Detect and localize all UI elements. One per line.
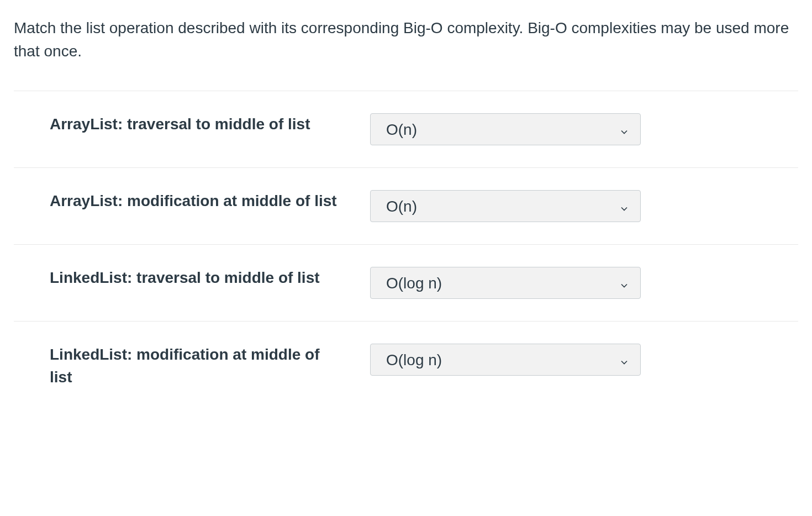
match-label: LinkedList: traversal to middle of list [50, 267, 370, 289]
question-prompt: Match the list operation described with … [14, 17, 798, 63]
match-label: ArrayList: modification at middle of lis… [50, 190, 370, 213]
select-wrapper: O(n) [370, 190, 641, 222]
match-label: LinkedList: modification at middle of li… [50, 344, 370, 388]
match-row: ArrayList: modification at middle of lis… [14, 167, 798, 244]
complexity-select[interactable]: O(log n) [370, 267, 641, 299]
select-wrapper: O(n) [370, 113, 641, 145]
select-wrapper: O(log n) [370, 344, 641, 376]
complexity-select[interactable]: O(n) [370, 190, 641, 222]
match-row: LinkedList: modification at middle of li… [14, 321, 798, 410]
match-row: LinkedList: traversal to middle of list … [14, 244, 798, 321]
complexity-select[interactable]: O(n) [370, 113, 641, 145]
match-label: ArrayList: traversal to middle of list [50, 113, 370, 136]
complexity-select[interactable]: O(log n) [370, 344, 641, 376]
match-row: ArrayList: traversal to middle of list O… [14, 91, 798, 167]
select-wrapper: O(log n) [370, 267, 641, 299]
